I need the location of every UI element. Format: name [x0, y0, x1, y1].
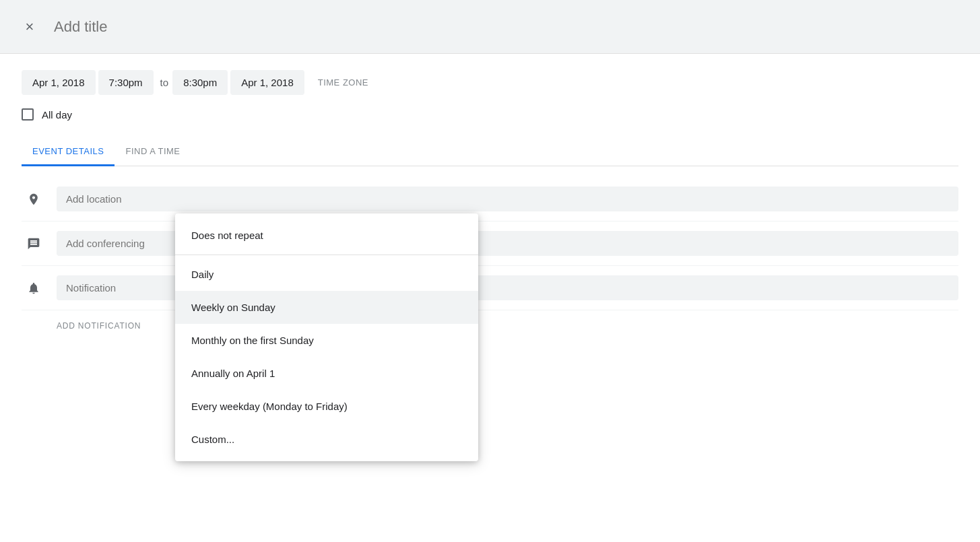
repeat-every-weekday[interactable]: Every weekday (Monday to Friday)	[175, 390, 478, 423]
dropdown-divider-1	[175, 255, 478, 255]
repeat-monthly-on-first-sunday[interactable]: Monthly on the first Sunday	[175, 324, 478, 357]
fields-area	[22, 166, 958, 310]
close-button[interactable]: ×	[16, 13, 43, 40]
notification-field-row	[22, 266, 958, 310]
location-icon	[22, 187, 46, 211]
recurrence-dropdown: Does not repeat Daily Weekly on Sunday M…	[175, 213, 478, 461]
allday-label: All day	[42, 109, 72, 121]
location-input[interactable]	[57, 187, 958, 211]
end-time-chip[interactable]: 8:30pm	[172, 70, 228, 95]
repeat-annually-on-april-1[interactable]: Annually on April 1	[175, 357, 478, 390]
timezone-button[interactable]: TIME ZONE	[318, 77, 368, 88]
tabs-row: EVENT DETAILS FIND A TIME	[22, 137, 958, 166]
datetime-row: Apr 1, 2018 7:30pm to 8:30pm Apr 1, 2018…	[22, 70, 958, 95]
main-content: Apr 1, 2018 7:30pm to 8:30pm Apr 1, 2018…	[0, 54, 980, 347]
conference-field-row	[22, 222, 958, 266]
repeat-custom[interactable]: Custom...	[175, 423, 478, 456]
start-time-chip[interactable]: 7:30pm	[98, 70, 154, 95]
repeat-weekly-on-sunday[interactable]: Weekly on Sunday	[175, 291, 478, 324]
notification-icon	[22, 276, 46, 300]
location-field-row	[22, 177, 958, 222]
repeat-does-not-repeat[interactable]: Does not repeat	[175, 219, 478, 252]
conference-icon	[22, 232, 46, 256]
start-date-chip[interactable]: Apr 1, 2018	[22, 70, 96, 95]
title-input[interactable]	[54, 18, 964, 36]
close-icon: ×	[26, 18, 34, 36]
allday-checkbox[interactable]	[22, 108, 34, 121]
add-notification-button[interactable]: ADD NOTIFICATION	[22, 310, 958, 331]
allday-row: All day	[22, 108, 958, 121]
repeat-daily[interactable]: Daily	[175, 258, 478, 291]
header-bar: ×	[0, 0, 980, 54]
end-date-chip[interactable]: Apr 1, 2018	[230, 70, 304, 95]
to-separator: to	[160, 77, 169, 88]
tab-find-a-time[interactable]: FIND A TIME	[115, 137, 191, 166]
tab-event-details[interactable]: EVENT DETAILS	[22, 137, 115, 166]
